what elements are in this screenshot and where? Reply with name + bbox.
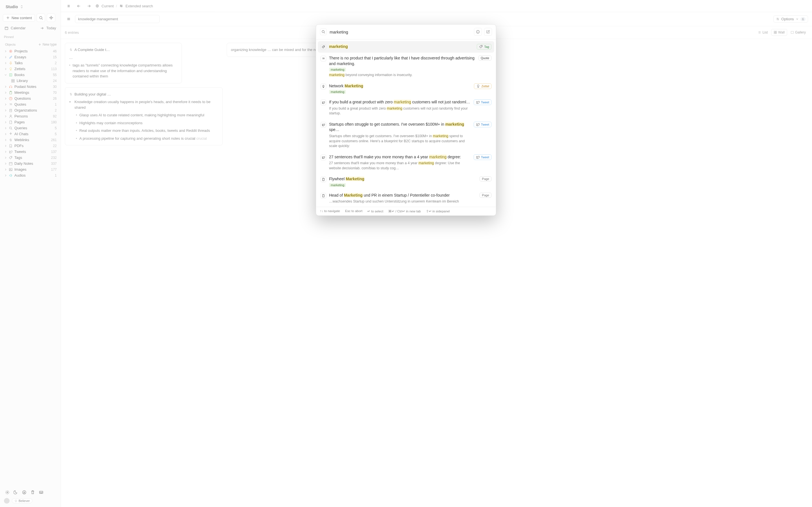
sidebar-item-library[interactable]: Library 24	[3, 78, 58, 83]
calendar-link[interactable]: Calendar	[4, 26, 26, 30]
chevron-right-icon[interactable]	[4, 85, 7, 89]
options-count: 6	[801, 17, 806, 21]
result-snippet: 27 sentences that'll make you more money…	[329, 161, 471, 171]
trash-button[interactable]	[29, 489, 36, 496]
sidebar-item-weblinks[interactable]: Weblinks 261	[3, 137, 58, 143]
wall-card[interactable]: A Complete Guide t… … tags as "tunnels" …	[65, 43, 182, 83]
headphones-icon	[8, 84, 13, 89]
ai-button[interactable]	[47, 13, 55, 22]
svg-rect-1	[5, 27, 8, 30]
sidebar-item-audios[interactable]: Audios 1	[3, 172, 58, 178]
chevron-right-icon[interactable]	[4, 121, 7, 124]
sidebar-item-zettels[interactable]: Zettels 113	[3, 66, 58, 72]
sidebar-item-daily-notes[interactable]: Daily Notes 337	[3, 161, 58, 166]
wall-card[interactable]: Building your digital … ▾Knowledge creat…	[65, 87, 223, 146]
sidebar-item-quotes[interactable]: Quotes 1	[3, 101, 58, 107]
crumb-page[interactable]: Extended search	[125, 4, 153, 8]
workspace-switcher[interactable]: Studio	[4, 3, 26, 10]
chevron-right-icon[interactable]	[4, 132, 7, 136]
chevron-right-icon[interactable]	[4, 67, 7, 71]
plan-label: Believer	[18, 499, 30, 503]
chevron-right-icon[interactable]	[4, 150, 7, 154]
view-tab-list[interactable]: List	[756, 29, 770, 36]
search-input[interactable]	[329, 30, 471, 34]
sidebar-item-count: 261	[51, 138, 57, 142]
avatar[interactable]	[4, 498, 10, 504]
twitter-icon	[320, 100, 326, 105]
chevron-right-icon[interactable]	[4, 126, 7, 130]
search-result-item[interactable]: Startups often struggle to get customers…	[318, 119, 494, 152]
search-result-item[interactable]: 27 sentences that'll make you more money…	[318, 152, 494, 174]
chevron-right-icon[interactable]	[4, 156, 7, 159]
sidebar-item-questions[interactable]: Questions 26	[3, 96, 58, 101]
sidebar-item-pages[interactable]: Pages 180	[3, 119, 58, 125]
search-result-item[interactable]: Network Marketingmarketing Zettel	[318, 80, 494, 97]
svg-point-15	[11, 157, 11, 157]
sidebar-item-label: Library	[17, 78, 52, 83]
sidebar-item-tags[interactable]: Tags 232	[3, 155, 58, 161]
nav-back-button[interactable]	[75, 2, 82, 10]
search-info-button[interactable]	[474, 28, 482, 36]
toggle-sidebar-button[interactable]	[65, 2, 72, 10]
svg-rect-4	[10, 61, 11, 63]
sidebar-item-pdfs[interactable]: PDFs 22	[3, 143, 58, 149]
settings-button[interactable]	[4, 489, 11, 496]
result-title: marketing	[329, 44, 474, 50]
options-button[interactable]: Options 6	[773, 15, 808, 22]
chevron-right-icon[interactable]	[4, 109, 7, 112]
sidebar-item-projects[interactable]: Projects 46	[3, 48, 58, 54]
today-link[interactable]: Today	[40, 26, 56, 30]
sidebar-item-essays[interactable]: Essays 15	[3, 54, 58, 60]
shortcuts-button[interactable]	[21, 489, 28, 496]
theme-button[interactable]	[12, 489, 19, 496]
tag-icon	[8, 156, 13, 160]
search-open-button[interactable]	[484, 28, 492, 36]
sidebar-item-ai-chats[interactable]: AI Chats 5	[3, 131, 58, 137]
chevron-right-icon[interactable]	[4, 115, 7, 118]
chevron-right-icon[interactable]	[4, 103, 7, 106]
chevron-right-icon[interactable]	[4, 97, 7, 100]
tag-chip: marketing	[329, 90, 346, 94]
chevron-right-icon[interactable]	[4, 162, 7, 165]
sidebar-item-talks[interactable]: Talks 2	[3, 60, 58, 66]
clipboard-icon	[8, 91, 13, 95]
chevron-down-icon[interactable]	[4, 73, 7, 76]
chevron-right-icon[interactable]	[4, 61, 7, 65]
filter-input[interactable]: knowledge management	[75, 15, 160, 23]
nav-forward-button[interactable]	[85, 2, 93, 10]
new-type-button[interactable]: New type	[38, 43, 57, 47]
sidebar-item-tweets[interactable]: Tweets 137	[3, 149, 58, 155]
chevron-right-icon[interactable]	[4, 91, 7, 94]
filter-settings-button[interactable]	[65, 15, 72, 23]
sidebar-item-organizations[interactable]: Organizations 2	[3, 107, 58, 113]
page-icon	[320, 193, 326, 199]
search-result-item[interactable]: Flywheel Marketingmarketing Page	[318, 173, 494, 190]
view-tab-gallery[interactable]: Gallery	[788, 29, 808, 36]
plan-badge[interactable]: Believer	[12, 498, 33, 503]
sidebar-item-images[interactable]: Images 177	[3, 166, 58, 172]
search-button[interactable]	[37, 13, 45, 22]
sidebar-item-label: Tags	[14, 156, 50, 160]
chevron-right-icon[interactable]	[4, 168, 7, 171]
chevron-right-icon[interactable]	[4, 55, 7, 59]
chevron-right-icon[interactable]	[4, 50, 7, 53]
chevron-right-icon[interactable]	[4, 174, 7, 177]
search-result-item[interactable]: If you build a great product with zero m…	[318, 97, 494, 119]
sidebar-item-meetings[interactable]: Meetings 70	[3, 90, 58, 96]
inbox-button[interactable]	[38, 489, 45, 496]
chevron-right-icon[interactable]	[4, 138, 7, 142]
sidebar-item-queries[interactable]: Queries 5	[3, 125, 58, 131]
sidebar-item-books[interactable]: Books 55	[3, 72, 58, 78]
search-result-item[interactable]: There is no product that I particularly …	[318, 53, 494, 80]
chevron-right-icon[interactable]	[4, 144, 7, 148]
new-content-button[interactable]: New content	[3, 14, 35, 22]
sidebar-item-podast-notes[interactable]: Podast Notes 30	[3, 83, 58, 90]
twitter-icon	[320, 155, 326, 160]
view-tab-wall[interactable]: Wall	[771, 29, 787, 36]
sidebar-item-persons[interactable]: Persons 92	[3, 113, 58, 119]
search-result-item[interactable]: Head of Marketing und PR in einem Startu…	[318, 190, 494, 207]
pinned-section-label: Pinned	[3, 35, 58, 39]
crumb-current[interactable]: Current	[101, 4, 114, 8]
search-result-item[interactable]: marketing Tag	[318, 41, 494, 53]
caret-icon[interactable]: ▾	[69, 99, 71, 110]
